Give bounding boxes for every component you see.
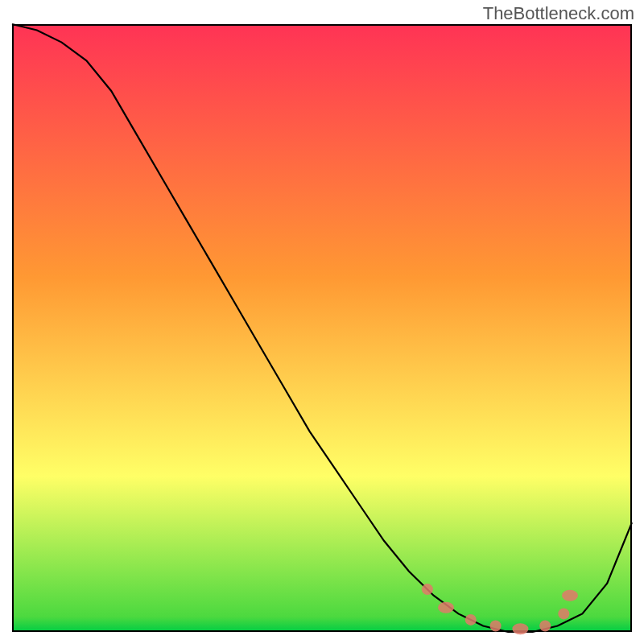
highlight-marker <box>465 614 477 625</box>
highlight-marker <box>512 623 528 634</box>
highlight-marker <box>438 602 454 613</box>
highlight-marker <box>562 590 578 601</box>
highlight-marker <box>490 621 502 632</box>
highlight-marker <box>558 608 569 619</box>
bottleneck-curve <box>12 24 632 632</box>
chart-container: TheBottleneck.com <box>0 0 644 644</box>
highlight-marker <box>539 621 551 632</box>
watermark-text: TheBottleneck.com <box>483 3 634 24</box>
chart-svg <box>12 24 632 632</box>
highlight-marker <box>422 584 433 595</box>
